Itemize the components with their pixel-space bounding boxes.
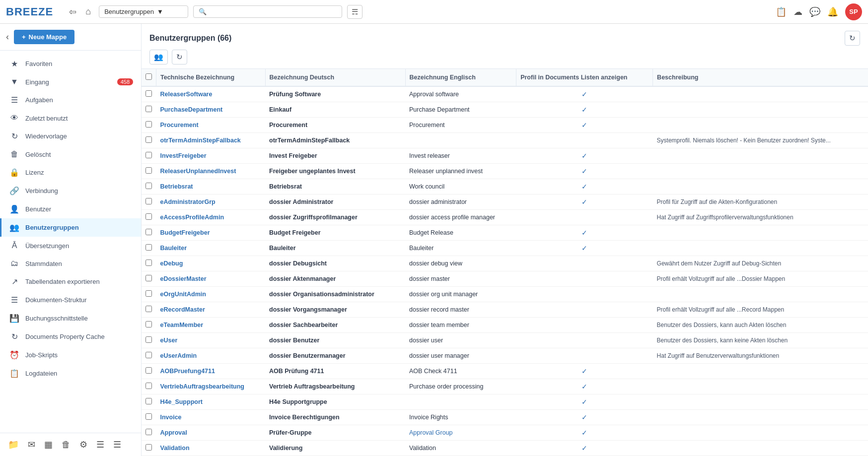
sidebar-item-label: Dokumenten-Struktur	[25, 296, 87, 304]
table-row: eAccessProfileAdmindossier Zugriffsprofi…	[142, 210, 868, 225]
cell-tech[interactable]: eAccessProfileAdmin	[156, 210, 266, 225]
sidebar-item-stammdaten[interactable]: 🗂 Stammdaten	[0, 255, 141, 272]
sidebar-item-buchungsschnittstelle[interactable]: 💾 Buchungsschnittstelle	[0, 309, 141, 327]
cell-tech[interactable]: Betriebsrat	[156, 179, 266, 195]
sidebar-item-lizenz[interactable]: 🔒 Lizenz	[0, 163, 141, 182]
cell-tech[interactable]: eUser	[156, 333, 266, 348]
sidebar-item-wiedervorlage[interactable]: ↻ Wiedervorlage	[0, 127, 141, 145]
filter-button[interactable]: ☴	[347, 5, 362, 19]
sidebar-item-geloescht[interactable]: 🗑 Gelöscht	[0, 145, 141, 163]
row-checkbox[interactable]	[145, 90, 152, 97]
sidebar-item-logdateien[interactable]: 📋 Logdateien	[0, 364, 141, 383]
sidebar-item-uebersetzungen[interactable]: Ā Übersetzungen	[0, 237, 141, 255]
cell-tech[interactable]: eDebug	[156, 256, 266, 271]
add-user-group-button[interactable]: 👥	[149, 50, 168, 65]
sidebar-item-zuletzt[interactable]: 👁 Zuletzt benutzt	[0, 109, 141, 127]
cell-tech[interactable]: BudgetFreigeber	[156, 225, 266, 241]
cell-tech[interactable]: eDossierMaster	[156, 271, 266, 287]
grid-bottom-btn[interactable]: ▦	[42, 437, 55, 452]
row-checkbox-cell	[142, 348, 156, 364]
search-input[interactable]	[210, 8, 337, 15]
row-checkbox[interactable]	[145, 260, 152, 266]
row-checkbox[interactable]	[145, 106, 152, 112]
cell-tech[interactable]: Approval	[156, 425, 266, 441]
cell-tech[interactable]: eTeamMember	[156, 318, 266, 333]
select-all-checkbox[interactable]	[145, 73, 152, 80]
sidebar-item-favoriten[interactable]: ★ Favoriten	[0, 55, 141, 73]
cell-tech[interactable]: Validation	[156, 441, 266, 456]
row-checkbox[interactable]	[145, 321, 152, 327]
cell-tech[interactable]: ReleaserSoftware	[156, 86, 266, 102]
sidebar-item-tabellendaten[interactable]: ↗ Tabellendaten exportieren	[0, 272, 141, 291]
row-checkbox[interactable]	[145, 152, 152, 158]
row-checkbox[interactable]	[145, 198, 152, 204]
cell-tech[interactable]: H4e_Suppport	[156, 394, 266, 410]
cell-tech[interactable]: eAdministratorGrp	[156, 195, 266, 210]
user-avatar[interactable]: SP	[845, 3, 862, 20]
trash-bottom-btn[interactable]: 🗑	[60, 438, 72, 452]
row-checkbox[interactable]	[145, 290, 152, 297]
folder-bottom-btn[interactable]: 📁	[6, 437, 21, 452]
search-bar[interactable]: 🔍	[193, 5, 342, 18]
cell-tech[interactable]: eRecordMaster	[156, 302, 266, 318]
row-checkbox[interactable]	[145, 306, 152, 312]
sidebar-item-aufgaben[interactable]: ☰ Aufgaben	[0, 91, 141, 109]
cell-tech[interactable]: Invoice	[156, 410, 266, 425]
copy-icon[interactable]: 📋	[776, 6, 787, 17]
sidebar-item-job-skripts[interactable]: ⏰ Job-Skripts	[0, 346, 141, 364]
settings-bottom-btn[interactable]: ⚙	[77, 437, 89, 452]
cell-tech[interactable]: eOrgUnitAdmin	[156, 287, 266, 302]
sidebar-item-eingang[interactable]: ▼ Eingang 458	[0, 73, 141, 91]
cell-profil	[516, 333, 653, 348]
row-checkbox[interactable]	[145, 121, 152, 128]
module-dropdown[interactable]: Benutzergruppen ▼	[99, 5, 188, 18]
row-checkbox[interactable]	[145, 183, 152, 189]
row-checkbox[interactable]	[145, 383, 152, 389]
sidebar-item-dokumenten-struktur[interactable]: ☰ Dokumenten-Struktur	[0, 291, 141, 309]
cell-tech[interactable]: InvestFreigeber	[156, 148, 266, 164]
mail-bottom-btn[interactable]: ✉	[26, 437, 37, 452]
row-checkbox[interactable]	[145, 352, 152, 358]
row-checkbox[interactable]	[145, 336, 152, 343]
cell-tech[interactable]: AOBPruefung4711	[156, 364, 266, 379]
row-checkbox[interactable]	[145, 229, 152, 235]
sidebar-item-label: Stammdaten	[25, 260, 62, 267]
row-checkbox[interactable]	[145, 244, 152, 251]
cell-tech[interactable]: Bauleiter	[156, 241, 266, 256]
row-checkbox[interactable]	[145, 398, 152, 404]
sidebar-item-benutzer[interactable]: 👤 Benutzer	[0, 200, 141, 218]
cell-tech[interactable]: VertriebAuftragsbearbeitung	[156, 379, 266, 394]
cell-beschreibung	[653, 394, 868, 410]
row-checkbox[interactable]	[145, 167, 152, 174]
new-folder-button[interactable]: + Neue Mappe	[14, 30, 74, 44]
sidebar-item-benutzergruppen[interactable]: 👥 Benutzergruppen	[0, 218, 141, 237]
row-checkbox[interactable]	[145, 213, 152, 220]
list-bottom-btn[interactable]: ☰	[94, 437, 106, 452]
eingang-badge: 458	[117, 78, 133, 85]
row-checkbox[interactable]	[145, 429, 152, 435]
row-checkbox[interactable]	[145, 367, 152, 374]
cell-tech[interactable]: ReleaserUnplannedInvest	[156, 164, 266, 179]
table-row: PurchaseDepartmentEinkaufPurchase Depart…	[142, 102, 868, 118]
row-checkbox[interactable]	[145, 275, 152, 281]
row-checkbox[interactable]	[145, 413, 152, 420]
sidebar-item-verbindung[interactable]: 🔗 Verbindung	[0, 182, 141, 200]
cell-tech[interactable]: otrTermAdminStepFallback	[156, 133, 266, 148]
bell-icon[interactable]: 🔔	[827, 6, 838, 17]
cell-beschreibung	[653, 164, 868, 179]
chat-icon[interactable]: 💬	[809, 6, 820, 17]
home-button[interactable]: ⌂	[82, 4, 94, 19]
row-checkbox[interactable]	[145, 444, 152, 451]
cell-profil: ✓	[516, 118, 653, 133]
cloud-icon[interactable]: ☁	[794, 6, 802, 17]
cell-tech[interactable]: Procurement	[156, 118, 266, 133]
list2-bottom-btn[interactable]: ☰	[111, 437, 123, 452]
refresh-right-button[interactable]: ↻	[845, 31, 860, 46]
row-checkbox[interactable]	[145, 136, 152, 143]
refresh-button[interactable]: ↻	[172, 50, 187, 65]
back-button[interactable]: ⇦	[66, 4, 79, 19]
cell-tech[interactable]: eUserAdmin	[156, 348, 266, 364]
cell-tech[interactable]: PurchaseDepartment	[156, 102, 266, 118]
sidebar-item-documents-property-cache[interactable]: ↻ Documents Property Cache	[0, 327, 141, 346]
sidebar-back-button[interactable]: ‹	[6, 32, 9, 42]
